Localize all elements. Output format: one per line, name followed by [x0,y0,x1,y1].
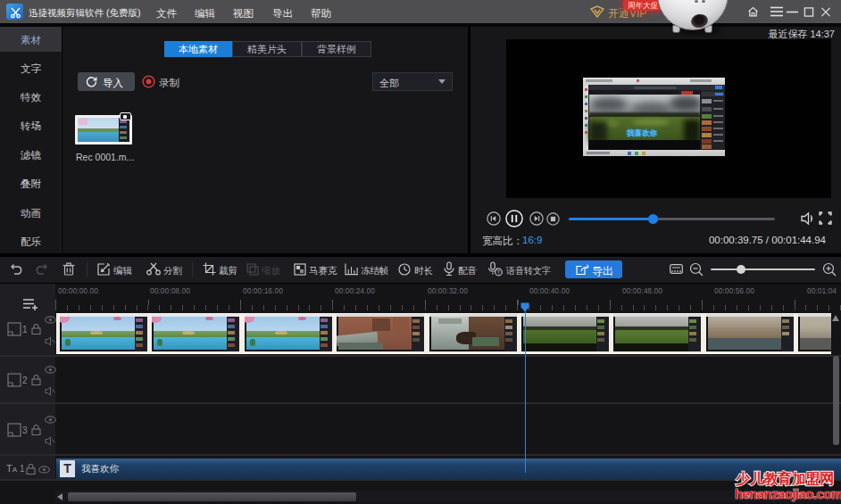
svg-text:少儿教育加盟网: 少儿教育加盟网 [736,470,834,486]
svg-text:henanzaojiao.com: henanzaojiao.com [735,486,841,501]
svg-text:T: T [497,269,501,275]
